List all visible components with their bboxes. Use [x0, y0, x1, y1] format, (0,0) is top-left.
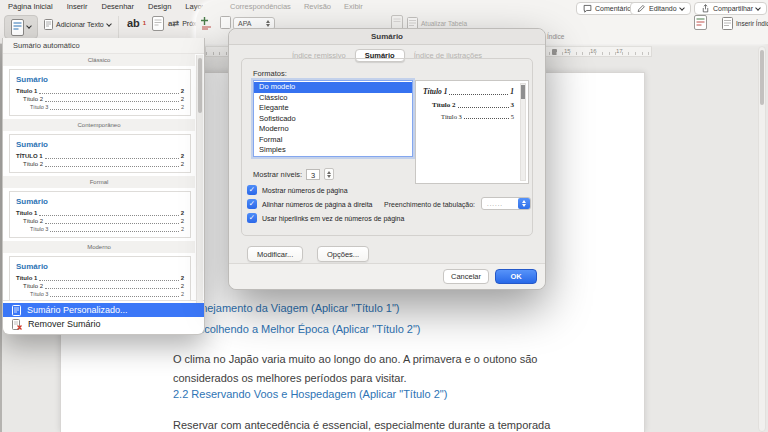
tab-inserir[interactable]: Inserir	[67, 2, 88, 11]
toc-page: 2	[181, 152, 184, 160]
blank-doc-icon	[220, 16, 231, 29]
checkbox-label: Usar hiperlinks em vez de números de pág…	[262, 215, 404, 222]
toc-entry: Título 3	[30, 290, 48, 298]
toc-page: 2	[181, 95, 184, 103]
tab-leader-select[interactable]: ......	[481, 197, 531, 210]
tab-exibir[interactable]: Exibir	[344, 2, 363, 11]
show-levels-value[interactable]: 3	[306, 169, 320, 180]
vertical-scrollbar-thumb[interactable]	[760, 50, 764, 105]
pencil-icon	[637, 4, 646, 13]
gallery-section-label: Contemporâneo	[3, 119, 195, 131]
footnote-sup: 1	[143, 20, 146, 26]
gallery-scrollbar-thumb[interactable]	[198, 58, 202, 113]
format-option-moderno[interactable]: Moderno	[254, 124, 412, 135]
toc-entry: Título 1	[16, 87, 37, 95]
options-button[interactable]: Opções...	[317, 246, 369, 262]
gallery-section-label: Moderno	[3, 241, 195, 253]
doc-heading-2b[interactable]: 2.2 Reservando Voos e Hospedagem (Aplica…	[173, 388, 447, 400]
gallery-card-title: Sumário	[16, 75, 184, 84]
tab-revisao[interactable]: Revisão	[304, 2, 331, 11]
tab-pagina-inicial[interactable]: Página Inicial	[8, 2, 53, 11]
gallery-style-contemporaneo[interactable]: Sumário TÍTULO 12 Título 22	[9, 134, 191, 173]
mark-entry-button[interactable]	[694, 15, 707, 30]
doc-paragraph-1[interactable]: O clima no Japão varia muito ao longo do…	[173, 350, 571, 388]
preview-entry: Título 3	[441, 113, 462, 120]
comments-label: Comentários	[595, 5, 635, 12]
ok-button[interactable]: OK	[495, 269, 537, 284]
preview-scrollbar[interactable]	[520, 83, 526, 181]
chevron-down-icon	[106, 21, 112, 27]
ruler-mark: 17	[616, 48, 623, 54]
toc-page: 2	[181, 217, 184, 225]
indent-marker[interactable]	[552, 49, 557, 55]
format-option-simples[interactable]: Simples	[254, 145, 412, 156]
gallery-style-moderno[interactable]: Sumário Título 12 Título 22 Título 32	[9, 256, 191, 300]
custom-toc-menu-item[interactable]: Sumário Personalizado...	[3, 303, 204, 317]
insert-citation-button[interactable]	[200, 16, 213, 30]
table-of-contents-button[interactable]	[4, 15, 38, 39]
cancel-button[interactable]: Cancelar	[443, 269, 489, 284]
endnote-button[interactable]	[152, 16, 164, 31]
preview-entry: Título 1	[423, 87, 447, 96]
preview-scrollbar-thumb[interactable]	[521, 85, 525, 99]
share-icon	[701, 4, 710, 13]
format-option-formal[interactable]: Formal	[254, 135, 412, 146]
toc-preview: Título 11 Título 23 Título 35	[415, 80, 529, 184]
ruler-mark: 16	[590, 48, 597, 54]
citation-placeholder-button[interactable]	[220, 16, 231, 29]
custom-toc-icon	[12, 305, 21, 316]
checkbox-checked-icon: ✓	[247, 199, 257, 209]
gallery-scrollbar[interactable]	[196, 55, 203, 303]
share-button[interactable]: Compartilhar	[694, 2, 767, 15]
toc-page: 2	[181, 87, 184, 95]
remove-toc-menu-item[interactable]: Remover Sumário	[3, 317, 204, 331]
tab-design[interactable]: Design	[148, 2, 171, 11]
insert-footnote-button[interactable]: ab1	[127, 17, 146, 29]
tab-desenhar[interactable]: Desenhar	[101, 2, 134, 11]
checkbox-use-hyperlinks[interactable]: ✓ Usar hiperlinks em vez de números de p…	[247, 213, 404, 223]
insert-index-label: Inserir Índice	[736, 20, 768, 27]
gallery-section-label: Clássico	[3, 54, 195, 66]
word-window: 15 16 17 2. Planejamento da Viagem (Apli…	[0, 0, 768, 432]
vertical-scrollbar[interactable]	[758, 46, 766, 432]
format-option-elegante[interactable]: Elegante	[254, 103, 412, 114]
update-table-label: Atualizar Tabela	[421, 20, 467, 27]
show-levels-label: Mostrar níveis:	[253, 170, 302, 179]
gallery-style-formal[interactable]: Sumário Título 12 Título 22 Título 32	[9, 191, 191, 238]
format-option-do-modelo[interactable]: Do modelo	[254, 82, 412, 93]
toc-entry: Título 2	[23, 282, 43, 290]
endnote-doc-icon	[152, 16, 164, 31]
gallery-list: Clássico Sumário Título 12 Título 22 Tít…	[3, 54, 204, 300]
doc-heading-2a[interactable]: 2.1 Escolhendo a Melhor Época (Aplicar "…	[173, 323, 421, 335]
toc-page: 2	[181, 160, 184, 168]
insert-index-icon	[722, 17, 733, 30]
next-footnote-icon: a⇄	[168, 19, 179, 28]
format-option-classico[interactable]: Clássico	[254, 93, 412, 104]
format-option-sofisticado[interactable]: Sofisticado	[254, 114, 412, 125]
editing-mode-button[interactable]: Editando	[630, 2, 691, 15]
toc-entry: Título 3	[30, 225, 48, 233]
tab-correspondencias[interactable]: Correspondências	[230, 2, 291, 11]
checkbox-right-align-page-numbers[interactable]: ✓ Alinhar números de página à direita	[247, 199, 373, 209]
toc-entry: TÍTULO 1	[16, 152, 43, 160]
formats-label: Formatos:	[253, 69, 287, 78]
insert-index-button[interactable]: Inserir Índice	[722, 17, 768, 30]
preview-page: 3	[511, 101, 515, 109]
gallery-card-title: Sumário	[16, 197, 184, 206]
toc-page: 2	[181, 274, 184, 282]
doc-heading-1[interactable]: 2. Planejamento da Viagem (Aplicar "Títu…	[173, 302, 400, 314]
toc-entry: Título 1	[16, 274, 37, 282]
gallery-card-title: Sumário	[16, 262, 184, 271]
toc-document-icon	[11, 19, 24, 36]
ribbon-tabs-right: Correspondências Revisão Exibir	[230, 2, 363, 11]
toc-page: 2	[181, 103, 184, 111]
show-levels-stepper[interactable]	[324, 168, 334, 180]
gallery-menu: Sumário Personalizado... Remover Sumário	[3, 300, 204, 334]
add-text-button[interactable]: Adicionar Texto	[44, 19, 111, 30]
gallery-style-classico[interactable]: Sumário Título 12 Título 22 Título 32	[9, 69, 191, 116]
checkbox-show-page-numbers[interactable]: ✓ Mostrar números de página	[247, 185, 348, 195]
modify-button[interactable]: Modificar...	[247, 246, 303, 262]
add-text-icon	[44, 19, 53, 30]
add-text-label: Adicionar Texto	[56, 21, 104, 28]
remove-toc-icon	[12, 319, 22, 330]
